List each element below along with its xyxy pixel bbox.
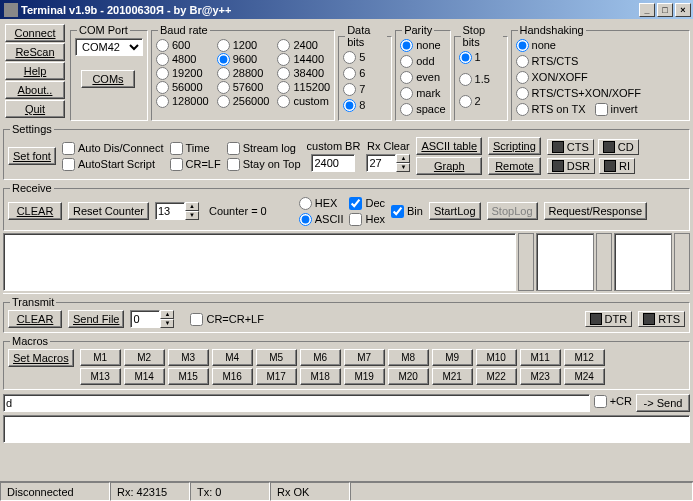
macro-M13[interactable]: M13: [80, 368, 121, 385]
autodc-check[interactable]: [62, 142, 75, 155]
par-none[interactable]: [400, 39, 413, 52]
dec-check[interactable]: [349, 197, 362, 210]
macro-M12[interactable]: M12: [564, 349, 605, 366]
sendfile-button[interactable]: Send File: [68, 310, 124, 328]
bin-check[interactable]: [391, 205, 404, 218]
hs-4[interactable]: [516, 103, 529, 116]
macro-M5[interactable]: M5: [256, 349, 297, 366]
baud-115200[interactable]: [277, 81, 290, 94]
about-button[interactable]: About..: [5, 81, 65, 99]
quit-button[interactable]: Quit: [5, 100, 65, 118]
hs-0[interactable]: [516, 39, 529, 52]
remote-button[interactable]: Remote: [488, 157, 541, 175]
par-space[interactable]: [400, 103, 413, 116]
setmacros-button[interactable]: Set Macros: [8, 349, 74, 367]
baud-57600[interactable]: [217, 81, 230, 94]
tx-clear-button[interactable]: CLEAR: [8, 310, 62, 328]
asciitable-button[interactable]: ASCII table: [416, 137, 482, 155]
macro-M21[interactable]: M21: [432, 368, 473, 385]
macro-M18[interactable]: M18: [300, 368, 341, 385]
macro-M7[interactable]: M7: [344, 349, 385, 366]
reqresp-button[interactable]: Request/Response: [544, 202, 648, 220]
macro-M20[interactable]: M20: [388, 368, 429, 385]
baud-4800[interactable]: [156, 53, 169, 66]
db-6[interactable]: [343, 67, 356, 80]
sb-1[interactable]: [459, 51, 472, 64]
cr-check[interactable]: [594, 395, 607, 408]
par-even[interactable]: [400, 71, 413, 84]
sb-2[interactable]: [459, 95, 472, 108]
macro-M2[interactable]: M2: [124, 349, 165, 366]
baud-2400[interactable]: [277, 39, 290, 52]
baud-1200[interactable]: [217, 39, 230, 52]
setfont-button[interactable]: Set font: [8, 147, 56, 165]
graph-button[interactable]: Graph: [416, 157, 482, 175]
baud-custom[interactable]: [277, 95, 290, 108]
custombr-input[interactable]: [311, 154, 355, 172]
ascii-radio[interactable]: [299, 213, 312, 226]
minimize-button[interactable]: _: [639, 3, 655, 17]
sb-1.5[interactable]: [459, 73, 472, 86]
macro-M15[interactable]: M15: [168, 368, 209, 385]
scripting-button[interactable]: Scripting: [488, 137, 541, 155]
hs-3[interactable]: [516, 87, 529, 100]
baud-128000[interactable]: [156, 95, 169, 108]
autostart-check[interactable]: [62, 158, 75, 171]
staytop-check[interactable]: [227, 158, 240, 171]
macro-M14[interactable]: M14: [124, 368, 165, 385]
close-button[interactable]: ×: [675, 3, 691, 17]
time-check[interactable]: [170, 142, 183, 155]
macro-M8[interactable]: M8: [388, 349, 429, 366]
coms-button[interactable]: COMs: [81, 70, 135, 88]
recv-scroll2[interactable]: [596, 233, 612, 291]
counter-input[interactable]: [155, 202, 185, 220]
startlog-button[interactable]: StartLog: [429, 202, 481, 220]
crcrlf-check[interactable]: [190, 313, 203, 326]
rescan-button[interactable]: ReScan: [5, 43, 65, 61]
comport-select[interactable]: COM42: [75, 38, 143, 56]
recv-scroll1[interactable]: [518, 233, 534, 291]
receive-textarea[interactable]: [3, 233, 516, 291]
send-input[interactable]: [3, 394, 590, 412]
baud-28800[interactable]: [217, 67, 230, 80]
send-button[interactable]: -> Send: [636, 394, 690, 412]
recv-clear-button[interactable]: CLEAR: [8, 202, 62, 220]
crlf-check[interactable]: [170, 158, 183, 171]
baud-600[interactable]: [156, 39, 169, 52]
baud-256000[interactable]: [217, 95, 230, 108]
macro-M22[interactable]: M22: [476, 368, 517, 385]
spin-up[interactable]: ▲: [396, 154, 410, 163]
macro-M3[interactable]: M3: [168, 349, 209, 366]
par-odd[interactable]: [400, 55, 413, 68]
db-7[interactable]: [343, 83, 356, 96]
baud-9600[interactable]: [217, 53, 230, 66]
rxclear-input[interactable]: [366, 154, 396, 172]
baud-38400[interactable]: [277, 67, 290, 80]
macro-M17[interactable]: M17: [256, 368, 297, 385]
macro-M9[interactable]: M9: [432, 349, 473, 366]
recv-scroll3[interactable]: [674, 233, 690, 291]
hs-2[interactable]: [516, 71, 529, 84]
macro-M19[interactable]: M19: [344, 368, 385, 385]
macro-M16[interactable]: M16: [212, 368, 253, 385]
invert-check[interactable]: [595, 103, 608, 116]
streamlog-check[interactable]: [227, 142, 240, 155]
tx-spin[interactable]: [130, 310, 160, 328]
par-mark[interactable]: [400, 87, 413, 100]
baud-56000[interactable]: [156, 81, 169, 94]
connect-button[interactable]: Connect: [5, 24, 65, 42]
baud-19200[interactable]: [156, 67, 169, 80]
reset-counter-button[interactable]: Reset Counter: [68, 202, 149, 220]
rts-led[interactable]: RTS: [638, 311, 685, 327]
dtr-led[interactable]: DTR: [585, 311, 633, 327]
help-button[interactable]: Help: [5, 62, 65, 80]
hex-radio[interactable]: [299, 197, 312, 210]
macro-M11[interactable]: M11: [520, 349, 561, 366]
macro-M6[interactable]: M6: [300, 349, 341, 366]
spin-down[interactable]: ▼: [396, 163, 410, 172]
db-8[interactable]: [343, 99, 356, 112]
transmit-textarea[interactable]: [3, 415, 690, 443]
hs-1[interactable]: [516, 55, 529, 68]
baud-14400[interactable]: [277, 53, 290, 66]
maximize-button[interactable]: □: [657, 3, 673, 17]
